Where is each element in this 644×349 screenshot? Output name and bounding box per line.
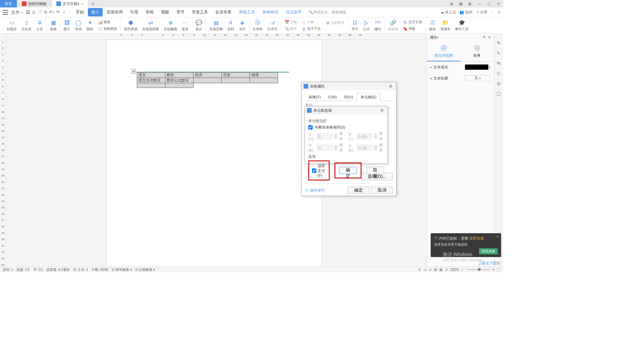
flowchart-button[interactable]: ⇄在线流程图 [142,19,160,32]
view-read-icon[interactable]: ▤ [439,268,442,271]
status-section[interactable]: 节: 1/1 [33,267,43,272]
menu-tab-review[interactable]: 审阅 [142,8,157,16]
tab-column[interactable]: 列(U) [340,93,357,101]
dropcap-button[interactable]: A̲首字下沉 [301,26,321,32]
mindmap-button[interactable]: ⊕在线脑图 [163,19,178,32]
table-cell[interactable]: 英语 [194,72,222,78]
crossref-button[interactable]: ⇆交叉引用 [402,19,423,25]
ok-button[interactable]: 确定 [339,167,357,174]
same-as-table-checkbox[interactable] [308,125,313,130]
doc-icon[interactable]: ▢ [496,91,501,96]
page-break-button[interactable]: ⤋分页 [36,19,44,32]
pencil-icon[interactable]: ✎ [497,40,501,46]
view-crown-icon[interactable]: ♔ [418,268,421,271]
header-footer-button[interactable]: ▤页眉页脚 [209,19,223,32]
tab-templates[interactable]: 找稻壳模板 [17,0,52,7]
print-icon[interactable]: ⎙ [31,9,37,15]
chart-button[interactable]: 📊图表 [97,19,118,25]
view-outline-icon[interactable]: ≡ [429,268,431,271]
status-pageno[interactable]: 页码: 1 [3,267,13,272]
icons-button[interactable]: ✦图标 [86,19,94,32]
target-icon[interactable]: ◎ [497,81,501,86]
tab-row[interactable]: 行(R) [324,93,340,101]
close-toast-icon[interactable]: ✕ [496,235,499,238]
view-page-icon[interactable]: ▭ [424,268,427,271]
settings-icon[interactable]: ⇆ [497,60,501,66]
zoom-label[interactable]: 102% [450,268,459,271]
table-cell[interactable] [222,78,250,83]
more-menu-icon[interactable]: ⋮ [491,10,494,14]
comment-button[interactable]: 💬批注 [195,19,203,32]
status-page[interactable]: 页面: 1/1 [16,267,30,272]
shapes-button[interactable]: ◯形状 [74,19,83,32]
menu-tab-developer[interactable]: 开发工具 [189,8,211,16]
table-cell[interactable]: 语文 [137,72,165,78]
print-preview-icon[interactable]: 📄 [37,9,43,15]
status-doccheck[interactable]: ☑ 文档检查 ▾ [135,267,155,272]
close-panel-icon[interactable]: ✕ [488,35,491,40]
table-row[interactable]: 语文古诗默写 数学公式默写 [137,78,278,83]
menu-tab-view[interactable]: 视图 [158,8,172,16]
tab-document[interactable]: 文字文稿1• [52,0,88,7]
page-number-button[interactable]: #页码 [227,19,235,32]
textbox-button[interactable]: Ⓐ文本框 [252,19,263,32]
table-cell[interactable]: 地理 [250,72,278,78]
menu-tab-layout[interactable]: 页面布局 [103,8,126,16]
table-button[interactable]: ▦表格 [49,19,57,32]
close-icon[interactable]: ✕ [387,84,394,89]
document-page[interactable]: ✥ 语文 数学 英语 历史 地理 语文古诗默写 数学公式默写 [107,40,321,266]
hamburger-icon[interactable] [3,10,8,15]
undo-icon[interactable]: ↶∨ [49,9,55,15]
menu-tab-table-style[interactable]: 表格样式 [259,8,282,16]
collapse-ribbon-icon[interactable]: ∧ [498,10,500,14]
operation-tips-link[interactable]: ⓘ 操作技巧 [305,188,325,193]
docer-resource-button[interactable]: ⬢稻壳资源 [123,19,138,32]
maximize-button[interactable]: ☐ [484,0,494,7]
more-button[interactable]: ⋯更多 [181,19,189,32]
text-fill-row[interactable]: 文本填充▾ [427,62,494,72]
cursor-icon[interactable]: ↖ [497,50,501,56]
close-icon[interactable]: ✕ [379,108,385,113]
minimize-button[interactable]: — [475,0,484,7]
table-cell[interactable] [165,83,194,88]
redo-icon[interactable]: ↷ [55,9,61,15]
table-cell[interactable] [250,78,278,83]
menu-tab-paper[interactable]: 论文助手 [282,8,305,16]
table-cell[interactable]: 历史 [222,72,250,78]
menu-tab-section[interactable]: 章节 [173,8,188,16]
status-chars[interactable]: 字数: 42/42 [92,267,109,272]
outline-select[interactable]: 无 ▾ [465,75,490,81]
numbering-button[interactable]: ¹²³编号 [374,19,382,32]
tab-home[interactable]: 首页 [0,0,17,7]
text-outline-row[interactable]: 文本轮廓无 ▾ [427,72,494,84]
file-menu[interactable]: 文件 ∨ [9,9,25,15]
document-table[interactable]: 语文 数学 英语 历史 地理 语文古诗默写 数学公式默写 [137,72,278,88]
ok-button[interactable]: 确定 [348,187,369,194]
dropdown-icon[interactable]: ∨ [61,9,67,15]
tab-table[interactable]: 表格(T) [305,93,324,101]
fit-width-icon[interactable]: ⤢ [445,268,448,271]
refresh-icon[interactable]: ↻ [43,9,49,15]
table-cell[interactable]: 数学公式默写 [165,78,194,83]
menu-tab-member[interactable]: 会员专享 [212,8,235,16]
table-cell[interactable] [137,83,165,88]
form-button[interactable]: ☑窗体 [428,19,436,32]
menu-tab-start[interactable]: 开始 [72,8,87,16]
table-row[interactable]: 语文 数学 英语 历史 地理 [137,72,278,78]
close-button[interactable]: ✕ [494,0,503,7]
symbol-button[interactable]: Ω符号 [351,19,359,32]
table-row[interactable] [137,83,278,88]
fill-outline-tab[interactable]: Ⓐ填充与轮廓 [427,41,461,61]
layout-icon[interactable]: ⊞ [447,0,456,7]
dialog-titlebar[interactable]: 表格属性✕ [302,82,396,90]
menu-tab-reference[interactable]: 引用 [127,8,142,16]
watermark-button[interactable]: ◈水印 [238,19,246,32]
equation-button[interactable]: ∫𝑥公式 [362,19,370,32]
dialog-titlebar[interactable]: 单元格选项✕ [305,106,387,114]
fit-text-checkbox[interactable] [312,168,316,173]
shape-icon[interactable]: ◇ [497,70,500,76]
fill-color-swatch[interactable] [465,64,488,70]
collab-button[interactable]: 👥 协作 [460,10,473,15]
zoom-in-icon[interactable]: + [492,268,494,271]
table-move-handle[interactable]: ✥ [131,69,136,74]
